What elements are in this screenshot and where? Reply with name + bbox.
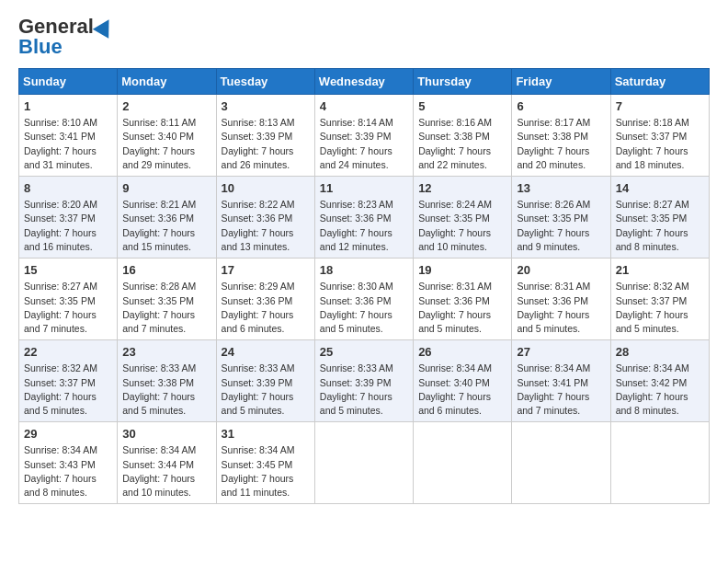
day-number: 5	[418, 98, 506, 115]
calendar-day-31: 31Sunrise: 8:34 AMSunset: 3:45 PMDayligh…	[216, 422, 314, 504]
logo: General Blue	[18, 15, 114, 59]
day-info: Sunrise: 8:10 AMSunset: 3:41 PMDaylight:…	[24, 116, 112, 172]
calendar-week-2: 8Sunrise: 8:20 AMSunset: 3:37 PMDaylight…	[19, 177, 710, 259]
logo-triangle-icon	[93, 15, 117, 39]
calendar-day-17: 17Sunrise: 8:29 AMSunset: 3:36 PMDayligh…	[216, 259, 314, 340]
weekday-header-wednesday: Wednesday	[314, 69, 413, 95]
day-number: 14	[616, 180, 704, 197]
calendar-day-23: 23Sunrise: 8:33 AMSunset: 3:38 PMDayligh…	[118, 340, 216, 422]
calendar-day-1: 1Sunrise: 8:10 AMSunset: 3:41 PMDaylight…	[19, 95, 118, 177]
day-number: 23	[122, 344, 210, 361]
calendar-day-3: 3Sunrise: 8:13 AMSunset: 3:39 PMDaylight…	[216, 95, 314, 177]
day-info: Sunrise: 8:32 AMSunset: 3:37 PMDaylight:…	[24, 362, 112, 418]
day-info: Sunrise: 8:34 AMSunset: 3:41 PMDaylight:…	[517, 362, 605, 418]
calendar-week-1: 1Sunrise: 8:10 AMSunset: 3:41 PMDaylight…	[19, 95, 710, 177]
day-number: 26	[418, 344, 506, 361]
day-info: Sunrise: 8:23 AMSunset: 3:36 PMDaylight:…	[320, 198, 408, 254]
day-number: 4	[320, 98, 408, 115]
calendar-empty-cell	[314, 422, 413, 504]
weekday-header-monday: Monday	[118, 69, 216, 95]
day-number: 16	[122, 262, 210, 279]
calendar-day-29: 29Sunrise: 8:34 AMSunset: 3:43 PMDayligh…	[19, 422, 118, 504]
day-number: 17	[222, 262, 310, 279]
day-info: Sunrise: 8:29 AMSunset: 3:36 PMDaylight:…	[222, 280, 310, 336]
day-number: 22	[24, 344, 112, 361]
day-info: Sunrise: 8:24 AMSunset: 3:35 PMDaylight:…	[418, 198, 506, 254]
weekday-header-friday: Friday	[512, 69, 610, 95]
day-number: 31	[222, 426, 310, 442]
calendar-day-6: 6Sunrise: 8:17 AMSunset: 3:38 PMDaylight…	[512, 95, 610, 177]
calendar-day-9: 9Sunrise: 8:21 AMSunset: 3:36 PMDaylight…	[118, 177, 216, 259]
calendar-day-30: 30Sunrise: 8:34 AMSunset: 3:44 PMDayligh…	[118, 422, 216, 504]
calendar-day-16: 16Sunrise: 8:28 AMSunset: 3:35 PMDayligh…	[118, 259, 216, 340]
day-number: 3	[222, 98, 310, 115]
calendar-day-20: 20Sunrise: 8:31 AMSunset: 3:36 PMDayligh…	[512, 259, 610, 340]
day-number: 9	[122, 180, 210, 197]
calendar-day-27: 27Sunrise: 8:34 AMSunset: 3:41 PMDayligh…	[512, 340, 610, 422]
day-number: 25	[320, 344, 408, 361]
day-number: 30	[122, 426, 210, 442]
calendar-day-12: 12Sunrise: 8:24 AMSunset: 3:35 PMDayligh…	[414, 177, 512, 259]
weekday-header-saturday: Saturday	[610, 69, 709, 95]
weekday-header-sunday: Sunday	[19, 69, 118, 95]
calendar-week-5: 29Sunrise: 8:34 AMSunset: 3:43 PMDayligh…	[19, 422, 710, 504]
weekday-header-tuesday: Tuesday	[216, 69, 314, 95]
day-number: 27	[517, 344, 605, 361]
day-number: 24	[222, 344, 310, 361]
day-info: Sunrise: 8:34 AMSunset: 3:42 PMDaylight:…	[616, 362, 704, 418]
day-number: 2	[122, 98, 210, 115]
calendar-week-4: 22Sunrise: 8:32 AMSunset: 3:37 PMDayligh…	[19, 340, 710, 422]
day-info: Sunrise: 8:30 AMSunset: 3:36 PMDaylight:…	[320, 280, 408, 336]
calendar-day-13: 13Sunrise: 8:26 AMSunset: 3:35 PMDayligh…	[512, 177, 610, 259]
day-info: Sunrise: 8:27 AMSunset: 3:35 PMDaylight:…	[24, 280, 112, 336]
day-info: Sunrise: 8:34 AMSunset: 3:43 PMDaylight:…	[24, 443, 112, 500]
calendar-empty-cell	[512, 422, 610, 504]
calendar-day-19: 19Sunrise: 8:31 AMSunset: 3:36 PMDayligh…	[414, 259, 512, 340]
day-info: Sunrise: 8:34 AMSunset: 3:45 PMDaylight:…	[222, 443, 310, 500]
day-number: 15	[24, 262, 112, 279]
calendar-day-24: 24Sunrise: 8:33 AMSunset: 3:39 PMDayligh…	[216, 340, 314, 422]
calendar-week-3: 15Sunrise: 8:27 AMSunset: 3:35 PMDayligh…	[19, 259, 710, 340]
day-info: Sunrise: 8:11 AMSunset: 3:40 PMDaylight:…	[122, 116, 210, 172]
day-number: 29	[24, 426, 112, 442]
calendar-day-10: 10Sunrise: 8:22 AMSunset: 3:36 PMDayligh…	[216, 177, 314, 259]
day-number: 1	[24, 98, 112, 115]
day-number: 18	[320, 262, 408, 279]
day-info: Sunrise: 8:32 AMSunset: 3:37 PMDaylight:…	[616, 280, 704, 336]
day-info: Sunrise: 8:16 AMSunset: 3:38 PMDaylight:…	[418, 116, 506, 172]
day-number: 21	[616, 262, 704, 279]
day-number: 13	[517, 180, 605, 197]
day-info: Sunrise: 8:34 AMSunset: 3:44 PMDaylight:…	[122, 443, 210, 500]
calendar-day-25: 25Sunrise: 8:33 AMSunset: 3:39 PMDayligh…	[314, 340, 413, 422]
calendar-day-15: 15Sunrise: 8:27 AMSunset: 3:35 PMDayligh…	[19, 259, 118, 340]
calendar-day-8: 8Sunrise: 8:20 AMSunset: 3:37 PMDaylight…	[19, 177, 118, 259]
day-info: Sunrise: 8:34 AMSunset: 3:40 PMDaylight:…	[418, 362, 506, 418]
day-info: Sunrise: 8:33 AMSunset: 3:39 PMDaylight:…	[320, 362, 408, 418]
day-info: Sunrise: 8:14 AMSunset: 3:39 PMDaylight:…	[320, 116, 408, 172]
calendar-header-row: SundayMondayTuesdayWednesdayThursdayFrid…	[19, 69, 710, 95]
calendar-day-28: 28Sunrise: 8:34 AMSunset: 3:42 PMDayligh…	[610, 340, 709, 422]
weekday-header-thursday: Thursday	[414, 69, 512, 95]
calendar-day-14: 14Sunrise: 8:27 AMSunset: 3:35 PMDayligh…	[610, 177, 709, 259]
day-info: Sunrise: 8:20 AMSunset: 3:37 PMDaylight:…	[24, 198, 112, 254]
day-info: Sunrise: 8:22 AMSunset: 3:36 PMDaylight:…	[222, 198, 310, 254]
day-info: Sunrise: 8:33 AMSunset: 3:38 PMDaylight:…	[122, 362, 210, 418]
day-info: Sunrise: 8:31 AMSunset: 3:36 PMDaylight:…	[517, 280, 605, 336]
day-number: 12	[418, 180, 506, 197]
page-header: General Blue	[18, 15, 710, 59]
calendar-empty-cell	[414, 422, 512, 504]
day-info: Sunrise: 8:31 AMSunset: 3:36 PMDaylight:…	[418, 280, 506, 336]
day-info: Sunrise: 8:18 AMSunset: 3:37 PMDaylight:…	[616, 116, 704, 172]
day-info: Sunrise: 8:17 AMSunset: 3:38 PMDaylight:…	[517, 116, 605, 172]
calendar-day-11: 11Sunrise: 8:23 AMSunset: 3:36 PMDayligh…	[314, 177, 413, 259]
logo-blue: Blue	[18, 35, 63, 59]
calendar-day-21: 21Sunrise: 8:32 AMSunset: 3:37 PMDayligh…	[610, 259, 709, 340]
calendar-day-4: 4Sunrise: 8:14 AMSunset: 3:39 PMDaylight…	[314, 95, 413, 177]
day-number: 6	[517, 98, 605, 115]
day-number: 20	[517, 262, 605, 279]
calendar-empty-cell	[610, 422, 709, 504]
day-info: Sunrise: 8:33 AMSunset: 3:39 PMDaylight:…	[222, 362, 310, 418]
calendar-day-18: 18Sunrise: 8:30 AMSunset: 3:36 PMDayligh…	[314, 259, 413, 340]
day-number: 28	[616, 344, 704, 361]
calendar-day-2: 2Sunrise: 8:11 AMSunset: 3:40 PMDaylight…	[118, 95, 216, 177]
